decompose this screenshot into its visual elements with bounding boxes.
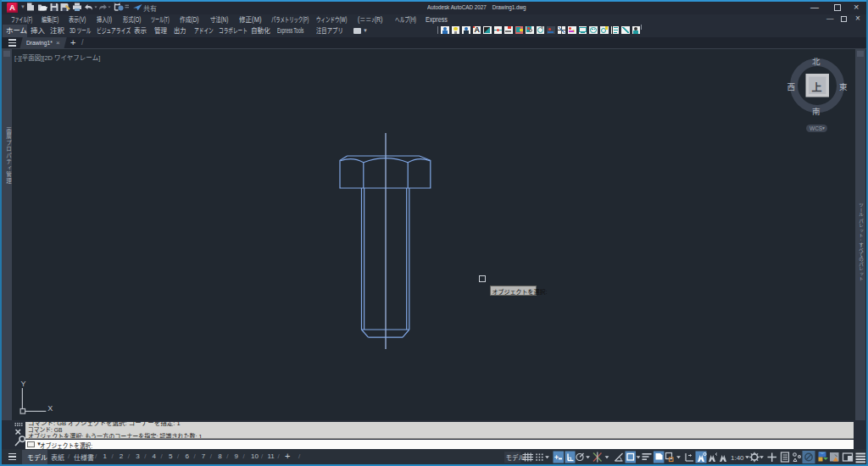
svg-text:+: + bbox=[554, 453, 559, 462]
svg-text:X: X bbox=[47, 404, 53, 413]
svg-text:モデル: モデル bbox=[506, 453, 526, 462]
svg-text:Y: Y bbox=[20, 380, 25, 388]
svg-text:1:40: 1:40 bbox=[731, 454, 744, 462]
